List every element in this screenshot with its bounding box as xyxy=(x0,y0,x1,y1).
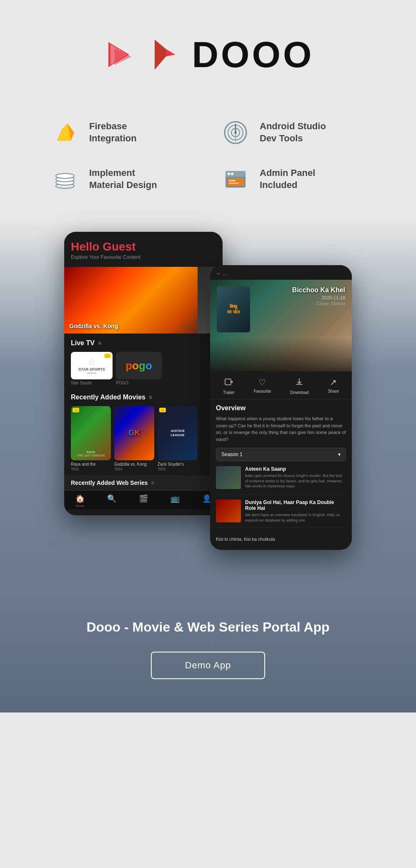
nav-tv[interactable]: 📺 xyxy=(159,494,191,508)
feature-admin-label: Admin PanelIncluded xyxy=(260,167,315,191)
movies-icon: 🎬 xyxy=(139,494,148,503)
movie-thumb-godzilla: GK xyxy=(114,406,154,460)
bottom-nav: 🏠 Home 🔍 🎬 📺 👤 xyxy=(64,490,223,509)
episode-desc-1: Babu gets arrested for Munna Singh's mur… xyxy=(245,473,346,489)
episode-info-1: Asteen Ka Saanp Babu gets arrested for M… xyxy=(245,466,346,489)
episode-title-2: Duniya Gol Hai, Haar Paap Ka Double Role… xyxy=(245,499,346,511)
admin-panel-icon-wrap xyxy=(221,164,251,194)
nav-home-label: Home xyxy=(75,504,84,508)
pogo-card[interactable]: pogo POGO xyxy=(116,352,162,385)
web-series-title: Recently Added Web Series xyxy=(71,479,148,486)
nav-home[interactable]: 🏠 Home xyxy=(64,494,96,508)
phone-left: Hello Guest Explore Your Favourite Conte… xyxy=(64,232,223,515)
action-buttons: Trailer ♡ Favourite Download ↗ Sh xyxy=(210,371,352,399)
favourite-icon: ♡ xyxy=(258,377,266,387)
pogo-label: POGO xyxy=(116,381,162,385)
detail-back-header[interactable]: ← ... xyxy=(210,265,352,280)
features-section: FirebaseIntegration Android StudioDev To… xyxy=(0,101,416,219)
share-button[interactable]: ↗ Share xyxy=(328,377,339,395)
movie-justice-title: Zack Snyder's xyxy=(158,462,198,467)
hero-banner-title: Godzilla vs. Kong xyxy=(69,323,118,329)
movie-card-raya[interactable]: 👑 RAYA THE LAST DRAGON Raya and the 2021 xyxy=(71,406,111,471)
web-series-header: Recently Added Web Series ≡ xyxy=(64,475,223,490)
feature-firebase: FirebaseIntegration xyxy=(50,118,195,148)
movie-poster: बिच्छूका खेल xyxy=(217,286,250,332)
phone-right: ← ... बिच्छूका खेल Bicchoo Ka Khel 2020-… xyxy=(210,265,352,550)
bicchoo-poster-text: बिच्छूका खेल xyxy=(227,304,239,315)
favourite-button[interactable]: ♡ Favourite xyxy=(254,377,271,395)
back-button[interactable]: ← ... xyxy=(216,270,227,276)
download-button[interactable]: Download xyxy=(290,377,308,395)
trailer-icon xyxy=(224,377,233,389)
trailer-button[interactable]: Trailer xyxy=(223,377,235,395)
phone-right-content: ← ... बिच्छूका खेल Bicchoo Ka Khel 2020-… xyxy=(210,265,352,550)
movies-menu-icon: ≡ xyxy=(149,394,152,401)
svg-point-15 xyxy=(56,173,74,178)
movie-card-godzilla[interactable]: GK Godzilla vs. Kong 2021 xyxy=(114,406,154,471)
live-tv-row: 👑 ☆ STAR SPORTS believe Star Sports xyxy=(64,350,223,390)
app-logo-text: DOOO xyxy=(192,33,314,76)
hello-title: Hello Guest xyxy=(71,240,216,253)
download-icon xyxy=(295,377,304,389)
movie-thumb-justice: 👑 JUSTICELEAGUE xyxy=(158,406,198,460)
episode-desc-2: We don't have an overview translated in … xyxy=(245,512,346,523)
trailer-label: Trailer xyxy=(223,390,235,395)
recently-added-movies-title: Recently Added Movies xyxy=(71,394,145,401)
nav-movies[interactable]: 🎬 xyxy=(128,494,159,508)
detail-banner-overlay xyxy=(210,338,352,371)
home-icon: 🏠 xyxy=(75,494,85,503)
admin-panel-icon xyxy=(223,167,248,192)
dooo-logo-icon xyxy=(102,36,140,73)
feature-firebase-label: FirebaseIntegration xyxy=(89,120,137,144)
download-label: Download xyxy=(290,390,308,395)
episode-item-2[interactable]: Duniya Gol Hai, Haar Paap Ka Double Role… xyxy=(216,499,346,528)
detail-movie-genre: Crime, Drama xyxy=(292,301,345,306)
feature-android-label: Android StudioDev Tools xyxy=(260,120,326,144)
feature-admin-panel: Admin PanelIncluded xyxy=(221,164,366,194)
favourite-label: Favourite xyxy=(254,389,271,394)
phone-left-content: Hello Guest Explore Your Favourite Conte… xyxy=(64,232,223,515)
firebase-icon-wrap xyxy=(50,118,80,148)
star-sports-card[interactable]: 👑 ☆ STAR SPORTS believe Star Sports xyxy=(71,352,113,385)
svg-rect-23 xyxy=(229,183,239,184)
feature-android-studio: Android StudioDev Tools xyxy=(221,118,366,148)
hello-highlight: Guest xyxy=(103,240,135,253)
star-sub-text: believe xyxy=(78,371,105,374)
material-design-icon-wrap xyxy=(50,164,80,194)
episode-thumb-2 xyxy=(216,499,241,522)
episode-info-2: Duniya Gol Hai, Haar Paap Ka Double Role… xyxy=(245,499,346,523)
svg-point-20 xyxy=(231,173,233,175)
detail-movie-info: Bicchoo Ka Khel 2020-11-18 Crime, Drama xyxy=(292,286,345,306)
material-design-icon xyxy=(53,167,78,192)
recently-added-movies-header: Recently Added Movies ≡ xyxy=(64,390,223,404)
detail-banner: बिच्छूका खेल Bicchoo Ka Khel 2020-11-18 … xyxy=(210,280,352,371)
movie-justice-year: 2021 xyxy=(158,467,198,471)
star-sports-text: STAR SPORTS xyxy=(78,368,105,371)
nav-search[interactable]: 🔍 xyxy=(96,494,128,508)
feature-material-label: ImplementMaterial Design xyxy=(89,167,157,191)
svg-point-19 xyxy=(228,173,230,175)
detail-movie-title: Bicchoo Ka Khel xyxy=(292,286,345,294)
share-icon: ↗ xyxy=(330,377,337,387)
overview-section: Overview What happens when a young stude… xyxy=(210,399,352,550)
share-label: Share xyxy=(328,389,339,394)
movie-raya-year: 2021 xyxy=(71,467,111,471)
hero-banner: Godzilla vs. Kong xyxy=(64,267,223,334)
live-tv-section-header: Live TV ≡ xyxy=(64,336,223,350)
star-sports-logo: ☆ STAR SPORTS believe xyxy=(78,357,105,374)
episode-thumb-1 xyxy=(216,466,241,489)
logo-section: DOOO xyxy=(0,0,416,101)
svg-rect-24 xyxy=(225,379,231,385)
detail-movie-date: 2020-11-18 xyxy=(292,295,345,300)
movie-raya-title: Raya and the xyxy=(71,462,111,467)
svg-rect-22 xyxy=(229,180,236,181)
episode-item-1[interactable]: Asteen Ka Saanp Babu gets arrested for M… xyxy=(216,466,346,494)
demo-app-button[interactable]: Demo App xyxy=(151,652,266,679)
season-dropdown[interactable]: Season 1 ▾ xyxy=(216,448,346,461)
feature-material-design: ImplementMaterial Design xyxy=(50,164,195,194)
svg-rect-18 xyxy=(226,175,246,177)
hello-subtitle: Explore Your Favourite Content xyxy=(71,254,216,260)
bottom-section: Dooo - Movie & Web Series Portal App Dem… xyxy=(0,595,416,712)
movie-card-justice[interactable]: 👑 JUSTICELEAGUE Zack Snyder's 2021 xyxy=(158,406,198,471)
episode-last[interactable]: Kisi ki chinta, kisi ka chutkula xyxy=(216,533,346,545)
